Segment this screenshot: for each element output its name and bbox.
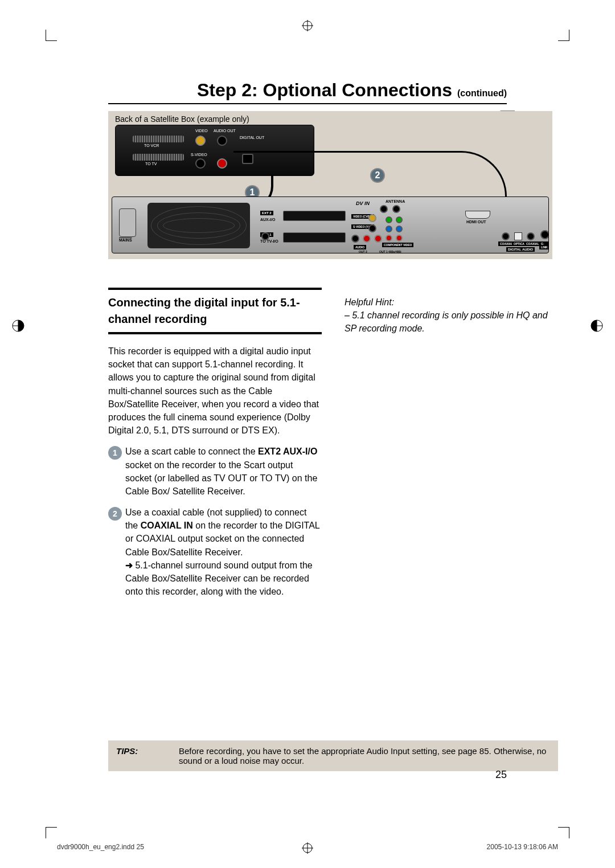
hint-heading: Helpful Hint: bbox=[345, 296, 558, 309]
port-label: DIGITAL OUT bbox=[240, 136, 264, 140]
step-text: Use a scart cable to connect the EXT2 AU… bbox=[125, 445, 322, 498]
footer-filename: dvdr9000h_eu_eng2.indd 25 bbox=[57, 843, 144, 851]
arrow-icon: ➜ bbox=[125, 560, 133, 570]
component-jack-icon bbox=[386, 235, 392, 241]
socket-name: COAXIAL IN bbox=[141, 521, 193, 530]
component-jack-icon bbox=[386, 226, 392, 232]
rca-jack-icon bbox=[368, 214, 376, 222]
audio-jack-icon bbox=[351, 235, 359, 243]
crop-mark-icon bbox=[558, 30, 569, 41]
component-jack-icon bbox=[386, 216, 392, 223]
panel-section-icon bbox=[147, 203, 250, 248]
callout-marker-2: 2 bbox=[370, 168, 385, 183]
port-label: AUX-I/O bbox=[260, 218, 275, 222]
page-number: 25 bbox=[495, 769, 507, 781]
socket-name: EXT2 AUX-I/O bbox=[258, 447, 317, 456]
satellite-box-label: Back of a Satellite Box (example only) bbox=[115, 114, 249, 124]
crop-mark-icon bbox=[558, 827, 569, 838]
registration-mark-icon bbox=[302, 842, 313, 854]
port-label: OUT 2 bbox=[357, 249, 369, 253]
port-label: ANTENNA bbox=[386, 199, 405, 203]
text-run: socket on the recorder to the Scart outp… bbox=[125, 460, 317, 496]
tips-box: TIPS: Before recording, you have to set … bbox=[108, 740, 558, 771]
connection-diagram: Back of a Satellite Box (example only) T… bbox=[108, 111, 552, 259]
antenna-jack-icon bbox=[380, 205, 388, 213]
page-heading: Step 2: Optional Connections (continued) bbox=[108, 80, 507, 104]
heading-sub: (continued) bbox=[457, 88, 507, 98]
intro-paragraph: This recorder is equipped with a digital… bbox=[108, 345, 322, 437]
svideo-jack-icon bbox=[368, 224, 376, 232]
port-label: VIDEO bbox=[195, 129, 208, 133]
rca-jack-icon bbox=[195, 136, 206, 146]
port-label: DIGITAL AUDIO bbox=[506, 247, 535, 252]
mains-socket-icon bbox=[119, 208, 136, 237]
step-text: Use a coaxial cable (not supplied) to co… bbox=[125, 506, 322, 598]
svideo-jack-icon bbox=[195, 158, 206, 169]
antenna-jack-icon bbox=[392, 205, 400, 213]
glink-jack-icon bbox=[540, 230, 549, 239]
port-label: EXT 2 bbox=[260, 211, 273, 215]
optical-jack-icon bbox=[514, 232, 522, 240]
port-label: AUDIO bbox=[354, 245, 366, 249]
port-label: AUDIO OUT bbox=[214, 129, 236, 133]
rca-jack-icon bbox=[217, 136, 227, 146]
component-jack-icon bbox=[396, 216, 403, 223]
tips-text: Before recording, you have to set the ap… bbox=[179, 746, 550, 765]
heading-main: Step 2: Optional Connections bbox=[197, 80, 457, 100]
step-number-icon: 1 bbox=[108, 446, 122, 460]
crop-mark-icon bbox=[46, 827, 57, 838]
step-number-icon: 2 bbox=[108, 507, 122, 521]
scart-slot-icon bbox=[133, 136, 184, 142]
coaxial-jack-icon bbox=[502, 232, 510, 240]
port-label: TO TV bbox=[145, 162, 157, 166]
tips-label: TIPS: bbox=[116, 746, 156, 765]
port-label: TO VCR bbox=[144, 144, 159, 148]
fan-icon bbox=[151, 206, 247, 245]
audio-jack-icon bbox=[374, 235, 382, 243]
scart-port-icon bbox=[283, 211, 346, 221]
section-heading: Connecting the digital input for 5.1-cha… bbox=[108, 288, 322, 334]
registration-mark-icon bbox=[11, 319, 25, 333]
satellite-box: TO VCR TO TV VIDEO AUDIO OUT S-VIDEO DIG… bbox=[115, 125, 314, 176]
port-label: G-LINK bbox=[539, 241, 549, 249]
step-1: 1 Use a scart cable to connect the EXT2 … bbox=[108, 445, 322, 498]
port-label: OUT 1 480p/480i bbox=[378, 249, 403, 253]
component-jack-icon bbox=[396, 235, 403, 241]
text-run: Use a scart cable to connect the bbox=[125, 447, 258, 456]
scart-port-icon bbox=[283, 232, 346, 243]
port-label: COMPONENT VIDEO bbox=[382, 243, 413, 247]
recorder-back-panel: MAINS EXT 2 AUX-I/O EXT 1 TO TV-I/O DV I… bbox=[112, 196, 549, 253]
audio-jack-icon bbox=[363, 235, 371, 243]
port-label: S-VIDEO bbox=[191, 153, 207, 157]
registration-mark-icon bbox=[590, 319, 604, 333]
crop-mark-icon bbox=[46, 30, 57, 41]
step-2: 2 Use a coaxial cable (not supplied) to … bbox=[108, 506, 322, 598]
rca-jack-icon bbox=[217, 158, 227, 169]
hint-body: – 5.1 channel recording is only possible… bbox=[345, 309, 558, 335]
port-label: HDMI OUT bbox=[466, 220, 486, 224]
port-label: MAINS bbox=[119, 238, 132, 242]
footer-timestamp: 2005-10-13 9:18:06 AM bbox=[487, 843, 558, 851]
coaxial-jack-icon bbox=[527, 232, 535, 240]
component-jack-icon bbox=[396, 226, 403, 232]
port-label: DV IN bbox=[356, 200, 370, 206]
hdmi-port-icon bbox=[465, 211, 490, 219]
optical-jack-icon bbox=[242, 154, 253, 164]
scart-slot-icon bbox=[133, 154, 184, 161]
text-run: 5.1-channel surround sound output from t… bbox=[125, 560, 313, 596]
jack-icon bbox=[261, 232, 269, 240]
